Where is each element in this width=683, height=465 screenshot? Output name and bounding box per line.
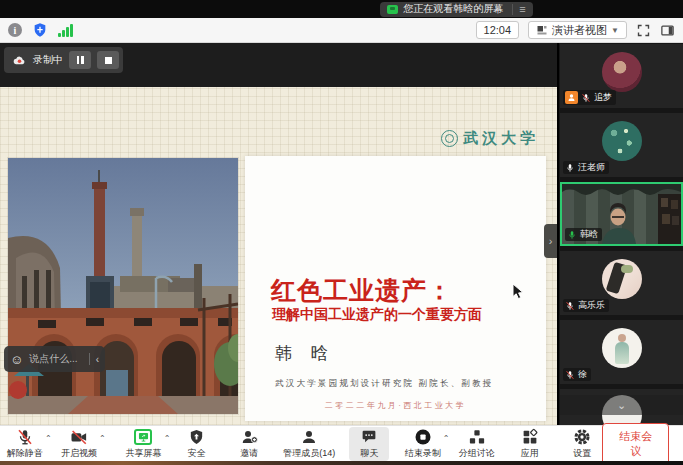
university-logo: 武汉大学 xyxy=(441,129,539,148)
participant-tile[interactable]: 徐 xyxy=(560,320,683,384)
emoji-icon[interactable]: ☺ xyxy=(10,353,23,366)
security-shield-icon[interactable] xyxy=(32,22,48,38)
participant-tile[interactable]: 高乐乐 xyxy=(560,251,683,315)
participant-tile[interactable]: 追梦 xyxy=(560,44,683,108)
chat-bubble-icon xyxy=(360,428,378,445)
manage-members-button[interactable]: 管理成员(14) xyxy=(281,427,337,461)
stop-recording-button[interactable] xyxy=(97,51,119,69)
stop-recording-toolbar-button[interactable]: 结束录制 ⌃ xyxy=(402,427,444,461)
shield-icon xyxy=(188,428,205,446)
chevron-up-icon[interactable]: ⌃ xyxy=(164,434,171,443)
side-panel-icon[interactable] xyxy=(660,23,675,38)
chat-button[interactable]: 聊天 xyxy=(349,427,389,461)
participant-name: 高乐乐 xyxy=(578,300,605,311)
layout-icon xyxy=(536,24,548,36)
cloud-recording-icon xyxy=(12,54,27,66)
slide-footnote: 二零二二年九月·西北工业大学 xyxy=(245,400,546,411)
view-mode-label: 演讲者视图 xyxy=(552,23,607,38)
screen-share-active-icon xyxy=(134,429,152,445)
mic-on-icon xyxy=(565,163,575,173)
watching-text: 您正在观看韩晗的屏幕 xyxy=(403,4,503,14)
scroll-more-participants[interactable]: ⌄ xyxy=(560,395,683,415)
host-badge-icon xyxy=(565,91,578,104)
breakout-icon xyxy=(468,428,486,446)
apps-button[interactable]: 应用 xyxy=(510,427,550,461)
participant-tile-active-speaker[interactable]: 韩晗 xyxy=(560,182,683,246)
chevron-down-icon: ▼ xyxy=(611,26,619,35)
university-emblem-icon xyxy=(441,130,458,147)
mic-speaking-icon xyxy=(567,230,577,240)
window-menu-bar: i 12:04 演讲者视图 ▼ xyxy=(0,18,683,43)
network-signal-icon[interactable] xyxy=(58,24,73,37)
slide-subtitle: 理解中国工业遗产的一个重要方面 xyxy=(272,306,482,324)
share-screen-button[interactable]: 共享屏幕 ⌃ xyxy=(123,427,165,461)
security-button[interactable]: 安全 xyxy=(177,427,217,461)
participants-sidebar: 追梦 汪老师 xyxy=(557,43,683,425)
pill-menu-icon[interactable]: ≡ xyxy=(512,4,525,15)
info-icon[interactable]: i xyxy=(8,23,22,37)
invite-person-icon xyxy=(240,428,259,446)
avatar xyxy=(602,52,642,92)
stop-record-icon xyxy=(414,428,432,446)
meeting-time: 12:04 xyxy=(476,21,520,39)
members-icon xyxy=(300,428,318,446)
pause-recording-button[interactable] xyxy=(69,51,91,69)
chevron-up-icon[interactable]: ⌃ xyxy=(45,434,52,443)
chat-placeholder[interactable]: 说点什么... xyxy=(29,352,82,366)
chevron-up-icon[interactable]: ⌃ xyxy=(99,434,106,443)
top-status-bar: 您正在观看韩晗的屏幕 ≡ xyxy=(0,0,683,18)
recording-label: 录制中 xyxy=(33,53,63,67)
avatar xyxy=(602,328,642,368)
gear-icon xyxy=(573,428,591,446)
participant-name: 追梦 xyxy=(594,92,612,103)
university-logo-text: 武汉大学 xyxy=(463,129,539,148)
breakout-rooms-button[interactable]: 分组讨论 xyxy=(456,427,498,461)
mic-muted-icon xyxy=(565,370,575,380)
mic-muted-icon xyxy=(565,301,575,311)
participant-name: 韩晗 xyxy=(580,229,598,240)
participant-name: 汪老师 xyxy=(578,162,605,173)
view-mode-button[interactable]: 演讲者视图 ▼ xyxy=(528,21,627,39)
bottom-toolbar: 解除静音 ⌃ 开启视频 ⌃ 共享屏幕 ⌃ 安全 xyxy=(0,425,683,461)
end-meeting-button[interactable]: 结束会议 xyxy=(602,423,669,465)
chat-quick-input[interactable]: ☺ 说点什么... ‹ xyxy=(4,346,105,372)
industrial-heritage-photo xyxy=(8,158,238,414)
mouse-cursor xyxy=(512,283,525,300)
mic-muted-icon xyxy=(16,428,34,446)
unmute-button[interactable]: 解除静音 ⌃ xyxy=(4,427,46,461)
slide-author: 韩 晗 xyxy=(275,342,335,365)
chevron-down-icon: ⌄ xyxy=(617,400,626,411)
presentation-slide: 武汉大学 xyxy=(0,87,557,425)
camera-off-icon xyxy=(69,428,89,446)
slide-affiliation: 武汉大学景园规划设计研究院 副院长、副教授 xyxy=(275,378,494,390)
screen-share-icon xyxy=(387,5,398,14)
slide-title-panel: 红色工业遗产： 理解中国工业遗产的一个重要方面 韩 晗 武汉大学景园规划设计研究… xyxy=(245,156,546,421)
watching-screen-pill[interactable]: 您正在观看韩晗的屏幕 ≡ xyxy=(380,2,532,17)
divider xyxy=(89,353,90,365)
participant-name: 徐 xyxy=(578,369,587,380)
settings-button[interactable]: 设置 xyxy=(562,427,602,461)
apps-grid-icon xyxy=(521,428,539,446)
fullscreen-icon[interactable] xyxy=(636,23,651,38)
collapse-chat-icon[interactable]: ‹ xyxy=(96,354,99,365)
mic-muted-icon xyxy=(581,93,591,103)
sidebar-collapse-handle[interactable]: › xyxy=(544,224,557,258)
meeting-app-window: 您正在观看韩晗的屏幕 ≡ i 12:04 演讲者视图 ▼ 录制中 xyxy=(0,0,683,465)
avatar xyxy=(602,259,642,299)
participant-tile[interactable]: 汪老师 xyxy=(560,113,683,177)
desktop-edge-strip xyxy=(0,461,683,465)
slide-title: 红色工业遗产： xyxy=(271,274,453,307)
shared-screen-area: 录制中 武汉大学 xyxy=(0,43,557,425)
avatar xyxy=(602,121,642,161)
recording-bar: 录制中 xyxy=(4,47,123,73)
invite-button[interactable]: 邀请 xyxy=(229,427,269,461)
start-video-button[interactable]: 开启视频 ⌃ xyxy=(58,427,100,461)
chevron-up-icon[interactable]: ⌃ xyxy=(443,434,450,443)
